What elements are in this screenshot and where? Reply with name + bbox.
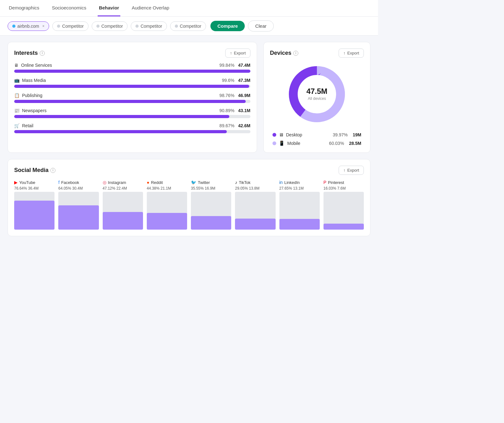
device-name-1: Mobile (287, 141, 327, 146)
social-stats-pinterest: 16.03% 7.6M (324, 186, 364, 191)
donut-total: 47.5M (306, 88, 328, 95)
instagram-icon: ◎ (103, 180, 106, 185)
tab-audience-overlap[interactable]: Audience Overlap (130, 0, 170, 16)
social-export-button[interactable]: ↑ Export (339, 166, 364, 175)
social-stats-instagram: 47.12% 22.4M (103, 186, 143, 191)
tiktok-icon: ♪ (235, 180, 237, 185)
tiktok-label: TikTok (239, 180, 250, 185)
competitor-dot-2 (96, 25, 100, 28)
instagram-label: Instagram (108, 180, 126, 185)
interest-bar-bg-4 (14, 130, 250, 133)
main-filter-chip[interactable]: airbnb.com × (8, 21, 49, 31)
tab-socioeconomics[interactable]: Socioeconomics (51, 0, 88, 16)
competitor-label-3: Competitor (140, 24, 162, 29)
social-stats-reddit: 44.38% 21.1M (147, 186, 187, 191)
social-bar-youtube (14, 192, 54, 230)
main-filter-label: airbnb.com (17, 24, 39, 29)
device-count-0: 19M (353, 132, 361, 137)
interests-export-button[interactable]: ↑ Export (225, 49, 250, 58)
social-bar-facebook (58, 192, 99, 230)
social-bar-fill-twitter (191, 216, 231, 230)
social-item-pinterest: P Pinterest 16.03% 7.6M (324, 180, 364, 230)
interest-stats-4: 89.67% 42.6M (220, 123, 250, 128)
social-stats-twitter: 35.55% 16.9M (191, 186, 231, 191)
device-color-dot-1 (272, 141, 276, 145)
social-name-row-linkedin: in LinkedIn (279, 180, 320, 185)
device-item-0: 🖥 Desktop 39.97% 19M (272, 132, 361, 137)
social-bar-linkedin (279, 192, 320, 230)
social-item-youtube: ▶ YouTube 76.64% 36.4M (14, 180, 54, 230)
social-name-row-twitter: 🐦 Twitter (191, 180, 231, 185)
interests-card: Interests i ↑ Export 🖥 Online Services 9… (8, 42, 257, 153)
interest-label-4: Retail (22, 123, 33, 128)
pinterest-icon: P (324, 180, 326, 185)
interest-count-2: 46.9M (238, 93, 250, 98)
tab-behavior[interactable]: Behavior (98, 0, 120, 16)
top-nav: Demographics Socioeconomics Behavior Aud… (0, 0, 378, 17)
interest-stats-1: 99.6% 47.3M (222, 78, 250, 83)
social-bar-twitter (191, 192, 231, 230)
social-export-icon: ↑ (343, 168, 346, 173)
close-main-filter[interactable]: × (42, 24, 44, 28)
device-item-1: 📱 Mobile 60.03% 28.5M (272, 140, 361, 146)
interests-info-icon[interactable]: i (40, 51, 45, 56)
devices-info-icon[interactable]: i (293, 51, 298, 56)
interest-pct-2: 98.76% (220, 93, 234, 98)
linkedin-label: LinkedIn (284, 180, 300, 185)
device-name-0: Desktop (286, 132, 330, 137)
devices-title: Devices i (270, 50, 298, 56)
compare-button[interactable]: Compare (210, 21, 245, 31)
linkedin-icon: in (279, 180, 283, 185)
social-info-icon[interactable]: i (50, 168, 55, 173)
competitor-chip-4[interactable]: Competitor (170, 21, 206, 31)
interest-bar-fill-4 (14, 130, 227, 133)
interest-icon-2: 📋 (14, 93, 20, 98)
tab-demographics[interactable]: Demographics (8, 0, 41, 16)
interest-icon-1: 📺 (14, 78, 20, 83)
social-media-card: Social Media i ↑ Export ▶ YouTube 76.64%… (8, 159, 370, 236)
youtube-icon: ▶ (14, 180, 18, 185)
social-item-linkedin: in LinkedIn 27.65% 13.1M (279, 180, 320, 230)
social-bar-fill-youtube (14, 201, 54, 230)
social-name-row-reddit: ● Reddit (147, 180, 187, 185)
competitor-chip-2[interactable]: Competitor (92, 21, 128, 31)
interest-bar-bg-3 (14, 115, 250, 118)
interest-label-3: Newspapers (22, 108, 47, 113)
interest-row-2: 📋 Publishing 98.76% 46.9M (14, 93, 250, 103)
devices-header: Devices i ↑ Export (270, 49, 364, 58)
competitor-chip-3[interactable]: Competitor (131, 21, 167, 31)
interest-pct-3: 90.89% (220, 108, 234, 113)
interest-icon-4: 🛒 (14, 123, 20, 128)
device-count-1: 28.5M (349, 141, 361, 146)
interest-label-2: Publishing (22, 93, 43, 98)
interest-name-4: 🛒 Retail (14, 123, 33, 128)
competitor-chip-1[interactable]: Competitor (52, 21, 88, 31)
donut-center: 47.5M All devices (306, 88, 328, 101)
social-header: Social Media i ↑ Export (14, 166, 364, 175)
interest-stats-3: 90.89% 43.1M (220, 108, 250, 113)
interest-bar-fill-0 (14, 70, 250, 73)
active-dot (12, 25, 15, 28)
interest-meta-4: 🛒 Retail 89.67% 42.6M (14, 123, 250, 128)
devices-card: Devices i ↑ Export (263, 42, 370, 153)
interest-label-1: Mass Media (22, 78, 46, 83)
interest-bar-fill-3 (14, 115, 229, 118)
device-icon-0: 🖥 (279, 132, 284, 137)
interests-header: Interests i ↑ Export (14, 49, 250, 58)
reddit-icon: ● (147, 180, 149, 185)
social-item-reddit: ● Reddit 44.38% 21.1M (147, 180, 187, 230)
competitor-dot-1 (57, 25, 60, 28)
social-bar-tiktok (235, 192, 275, 230)
donut-container: 47.5M All devices (270, 63, 364, 126)
social-item-facebook: f Facebook 64.05% 30.4M (58, 180, 99, 230)
clear-button[interactable]: Clear (248, 20, 274, 31)
devices-export-button[interactable]: ↑ Export (339, 49, 364, 58)
social-name-row-instagram: ◎ Instagram (103, 180, 143, 185)
social-stats-tiktok: 29.05% 13.8M (235, 186, 275, 191)
interest-pct-4: 89.67% (220, 123, 234, 128)
competitor-label-4: Competitor (180, 24, 201, 29)
twitter-icon: 🐦 (191, 180, 196, 185)
interest-icon-0: 🖥 (14, 63, 19, 68)
interest-pct-0: 99.84% (220, 63, 234, 68)
competitor-dot-4 (175, 25, 178, 28)
